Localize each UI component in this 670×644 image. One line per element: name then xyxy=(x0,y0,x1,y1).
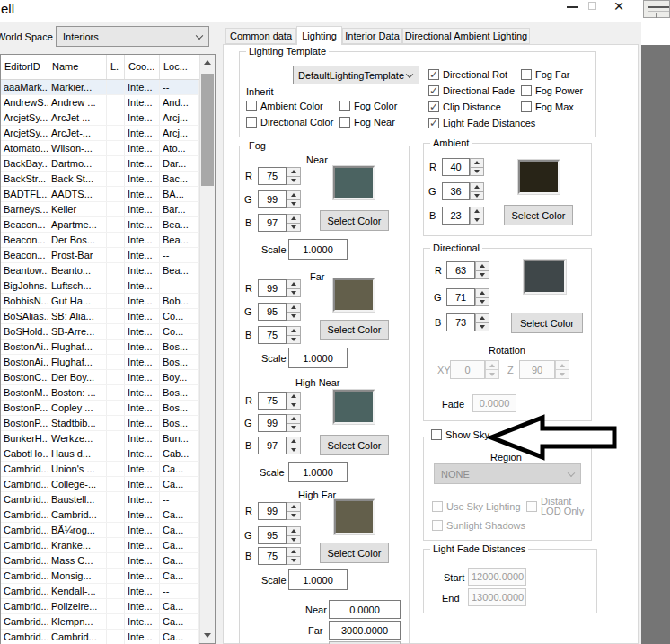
fog-far-b-spinner[interactable] xyxy=(287,326,301,344)
directional-g-field[interactable]: 71 xyxy=(446,288,475,306)
table-row[interactable]: BoSAlias...SB: Alia...Inte...Co... xyxy=(1,309,199,324)
table-row[interactable]: Cambrid...Kendall-...Inte...-- xyxy=(1,584,199,599)
table-row[interactable]: ArcjetSy...ArcJet ...Inte...Arcj... xyxy=(1,110,199,126)
table-row[interactable]: Beantow...Beanto...Inte...Bea... xyxy=(1,263,199,278)
directional-b-spinner[interactable] xyxy=(475,313,489,331)
fog-near-distance-field[interactable]: 0.0000 xyxy=(329,600,401,619)
close-button[interactable]: × xyxy=(607,0,630,13)
scrollbar-thumb[interactable] xyxy=(201,74,214,186)
fog-near-scale-field[interactable]: 1.0000 xyxy=(288,239,348,260)
table-row[interactable]: Cambrid...College-...Inte...Ca... xyxy=(1,477,199,492)
table-row[interactable]: BobbisN...Gut Ha...Inte...Bob... xyxy=(1,294,199,309)
table-row[interactable]: Atomato...Wilson-...Inte...Ato... xyxy=(1,141,199,156)
checkbox-fog-max[interactable]: Fog Max xyxy=(521,101,574,113)
table-row[interactable]: BostonC...Der Boy...Inte...Boy... xyxy=(1,370,199,385)
tab-interior-data[interactable]: Interior Data xyxy=(342,28,402,44)
fog-far-g-spinner[interactable] xyxy=(287,303,301,321)
table-row[interactable]: BunkerH...Werkze...Inte...Bun... xyxy=(1,431,199,446)
table-row[interactable]: Beacon...Apartme...Inte...Bea... xyxy=(1,217,199,233)
fog-high-near-b-spinner[interactable] xyxy=(287,437,301,454)
table-row[interactable]: BackStr...Back St...Inte...Bac... xyxy=(1,172,199,187)
template-combobox[interactable]: DefaultLightingTemplate xyxy=(293,66,419,84)
checkbox-fog-power[interactable]: Fog Power xyxy=(521,85,583,97)
tab-lighting[interactable]: Lighting xyxy=(296,26,342,45)
fog-high-far-r-spinner[interactable] xyxy=(287,502,301,520)
directional-b-field[interactable]: 73 xyxy=(446,313,475,331)
fog-high-near-b-field[interactable]: 97 xyxy=(258,437,287,454)
table-row[interactable]: BostonP...Copley ...Inte...Bos... xyxy=(1,401,199,416)
table-row[interactable]: Cambrid...Klempn...Inte...Ca... xyxy=(1,614,199,630)
table-row[interactable]: BoSHold...SB-Arre...Inte...Co... xyxy=(1,324,199,340)
fog-far-r-spinner[interactable] xyxy=(287,279,301,297)
fog-near-g-field[interactable]: 99 xyxy=(258,190,287,208)
fog-near-g-spinner[interactable] xyxy=(287,190,301,208)
fog-high-near-select-color-button[interactable]: Select Color xyxy=(320,435,389,455)
fog-far-g-field[interactable]: 95 xyxy=(258,303,287,321)
checkbox-directional-color[interactable]: Directional Color xyxy=(246,117,333,128)
fog-high-far-g-spinner[interactable] xyxy=(287,526,301,544)
table-row[interactable]: Cambrid...Mass C...Inte...Ca... xyxy=(1,553,199,569)
table-row[interactable]: BostonM...Boston: ...Inte...Bos... xyxy=(1,385,199,401)
directional-r-spinner[interactable] xyxy=(475,261,489,279)
table-row[interactable]: BostonP...Stadtbib...Inte...Bos... xyxy=(1,416,199,431)
fog-near-select-color-button[interactable]: Select Color xyxy=(320,210,389,231)
directional-select-color-button[interactable]: Select Color xyxy=(511,313,583,333)
fog-far-r-field[interactable]: 99 xyxy=(258,279,287,297)
fog-near-b-spinner[interactable] xyxy=(287,214,301,232)
column-header-loc[interactable]: Loc... xyxy=(160,55,199,79)
table-row[interactable]: BostonAi...Flughaf...Inte...Bos... xyxy=(1,355,199,370)
column-header-editorid[interactable]: EditorID xyxy=(1,55,48,79)
fog-high-far-b-spinner[interactable] xyxy=(287,547,301,565)
checkbox-ambient-color[interactable]: Ambient Color xyxy=(246,101,323,112)
table-row[interactable]: ArcjetSy...ArcJet-...Inte...Arcj... xyxy=(1,126,199,141)
table-row[interactable]: AndrewS...Andrew ...Inte...And... xyxy=(1,95,199,110)
fog-near-r-field[interactable]: 75 xyxy=(258,167,287,185)
table-row[interactable]: Beacon...Prost-BarInte...-- xyxy=(1,248,199,263)
fog-near-b-field[interactable]: 97 xyxy=(258,214,287,232)
fog-high-near-g-field[interactable]: 99 xyxy=(258,414,287,432)
table-row[interactable]: Cambrid...Union's ...Inte...Ca... xyxy=(1,462,199,477)
table-row[interactable]: BostonAi...Flughaf...Inte...Bos... xyxy=(1,340,199,355)
fog-high-far-b-field[interactable]: 75 xyxy=(258,547,287,565)
directional-r-field[interactable]: 63 xyxy=(446,261,475,279)
table-row[interactable]: Cambrid...Kranke...Inte...Ca... xyxy=(1,538,199,553)
table-row[interactable]: Cambrid...Monsig...Inte...Ca... xyxy=(1,569,199,584)
column-header-l[interactable]: L. xyxy=(107,55,125,79)
minimize-button[interactable] xyxy=(562,0,582,13)
table-row[interactable]: BigJohns...Luftsch...Inte...-- xyxy=(1,278,199,294)
tab-directional-ambient-lighting[interactable]: Directional Ambient Lighting xyxy=(402,28,530,44)
tab-common-data[interactable]: Common data xyxy=(225,28,296,44)
checkbox-fog-color[interactable]: Fog Color xyxy=(339,101,397,112)
world-space-combobox[interactable]: Interiors xyxy=(56,26,209,47)
table-scrollbar[interactable] xyxy=(199,55,215,643)
ambient-r-field[interactable]: 40 xyxy=(442,158,470,176)
fog-high-far-g-field[interactable]: 95 xyxy=(258,526,287,544)
fog-high-far-r-field[interactable]: 99 xyxy=(258,502,287,520)
fog-high-near-r-field[interactable]: 75 xyxy=(258,392,287,410)
column-header-name[interactable]: Name xyxy=(48,55,107,79)
table-row[interactable]: Cambrid...Cambrid...Inte...Ca... xyxy=(1,630,199,644)
table-row[interactable]: Cambrid...Baustell...Inte...-- xyxy=(1,492,199,507)
ambient-select-color-button[interactable]: Select Color xyxy=(504,205,573,225)
ambient-b-field[interactable]: 23 xyxy=(442,207,470,225)
fog-near-r-spinner[interactable] xyxy=(287,167,301,185)
checkbox-light-fade-distances[interactable]: Light Fade Distances xyxy=(428,118,535,129)
scroll-down-button[interactable] xyxy=(200,628,215,643)
ambient-b-spinner[interactable] xyxy=(470,207,484,225)
table-row[interactable]: Cambrid...Cambrid...Inte...Ca... xyxy=(1,507,199,523)
fog-far-distance-field[interactable]: 3000.0000 xyxy=(329,621,401,640)
checkbox-directional-fade[interactable]: Directional Fade xyxy=(428,85,515,97)
scroll-up-button[interactable] xyxy=(200,55,215,70)
fog-high-near-r-spinner[interactable] xyxy=(287,392,301,410)
table-row[interactable]: BackBay...Dartmo...Inte...Dar... xyxy=(1,156,199,172)
table-row[interactable]: CabotHo...Haus d...Inte...Cab... xyxy=(1,446,199,462)
fog-far-b-field[interactable]: 75 xyxy=(258,326,287,344)
checkbox-fog-far[interactable]: Fog Far xyxy=(521,69,570,81)
checkbox-directional-rot[interactable]: Directional Rot xyxy=(428,69,507,81)
fog-far-scale-field[interactable]: 1.0000 xyxy=(288,348,348,368)
table-row[interactable]: Cambrid...BÃ¼rog...Inte...Ca... xyxy=(1,523,199,538)
checkbox-clip-distance[interactable]: Clip Distance xyxy=(428,101,501,113)
fog-far-select-color-button[interactable]: Select Color xyxy=(320,320,389,340)
table-row[interactable]: Barneys...KellerInte...Bar... xyxy=(1,202,199,217)
table-row[interactable]: Beacon...Der Bos...Inte...Bea... xyxy=(1,233,199,248)
